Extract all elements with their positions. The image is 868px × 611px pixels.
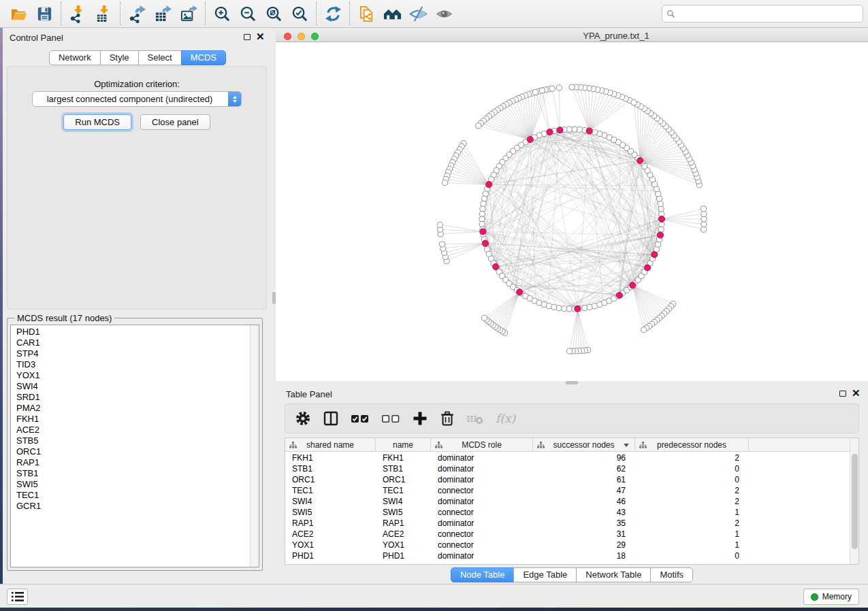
window-minimize-traffic-light[interactable] [298,33,305,40]
import-table-icon[interactable] [91,2,116,25]
mcds-result-item[interactable]: YOX1 [11,370,249,381]
mcds-result-item[interactable]: PMA2 [11,403,249,414]
table-cell[interactable]: ACE2 [285,529,376,540]
table-cell[interactable]: 2 [635,496,749,507]
mcds-result-item[interactable]: TEC1 [11,490,249,501]
table-row[interactable]: RAP1RAP1dominator352 [285,518,850,529]
search-box[interactable] [662,5,863,22]
table-cell[interactable]: 1 [635,540,749,550]
table-cell[interactable]: 1 [635,507,749,518]
houses-icon[interactable] [379,2,405,25]
share-document-icon[interactable] [353,2,379,25]
mcds-result-item[interactable]: STP4 [11,348,249,359]
table-cell[interactable]: PHD1 [376,550,431,561]
search-input[interactable] [675,7,863,20]
delete-column-icon[interactable] [440,410,455,427]
table-cell[interactable]: TEC1 [376,485,431,496]
export-image-icon[interactable] [176,2,202,25]
table-cell[interactable]: dominator [431,452,533,463]
export-table-icon[interactable] [150,2,176,25]
table-cell[interactable]: ACE2 [376,529,431,540]
table-cell[interactable]: connector [431,485,533,496]
tab-network[interactable]: Network [49,50,101,65]
mcds-result-item[interactable]: FKH1 [11,414,249,425]
table-row[interactable]: YOX1YOX1connector291 [285,540,850,550]
column-header-predecessor-nodes[interactable]: predecessor nodes [635,438,749,452]
close-panel-icon[interactable]: ✕ [256,32,264,42]
table-row[interactable]: SWI4SWI4dominator462 [285,496,850,507]
mcds-result-item[interactable]: STB1 [11,468,249,479]
mcds-result-item[interactable]: SRD1 [11,392,249,403]
columns-icon[interactable] [323,410,339,427]
table-cell[interactable]: YOX1 [376,540,431,550]
task-history-button[interactable] [7,589,28,605]
table-row[interactable]: TEC1TEC1connector472 [285,485,850,496]
table-scrollbar-thumb[interactable] [852,454,858,549]
table-cell[interactable]: dominator [431,550,533,561]
table-cell[interactable]: 2 [635,452,749,463]
mcds-result-item[interactable]: ORC1 [11,446,249,457]
table-cell[interactable]: TEC1 [285,485,376,496]
table-cell[interactable]: SWI4 [285,496,376,507]
table-cell[interactable]: FKH1 [376,452,431,463]
table-cell[interactable]: 46 [533,496,635,507]
mcds-result-item[interactable]: ACE2 [11,425,249,435]
table-cell[interactable]: STB1 [376,463,431,474]
table-row[interactable]: ACE2ACE2connector311 [285,529,850,540]
table-cell[interactable]: 2 [635,518,749,529]
table-cell[interactable]: connector [431,507,533,518]
deselect-all-icon[interactable] [381,410,400,427]
table-cell[interactable]: 18 [533,550,635,561]
column-header-MCDS-role[interactable]: MCDS role [431,438,533,452]
column-header-name[interactable]: name [376,438,431,452]
close-panel-button[interactable]: Close panel [140,114,210,130]
table-cell[interactable]: 29 [533,540,635,550]
table-cell[interactable]: connector [431,540,533,550]
table-cell[interactable]: 62 [533,463,635,474]
table-cell[interactable]: YOX1 [285,540,376,550]
window-zoom-traffic-light[interactable] [311,33,319,40]
add-column-icon[interactable] [412,410,428,427]
network-window-titlebar[interactable]: YPA_prune.txt_1 [276,30,868,42]
zoom-fit-icon[interactable] [261,2,287,25]
table-cell[interactable]: 0 [635,550,749,561]
run-mcds-button[interactable]: Run MCDS [63,114,131,130]
import-network-icon[interactable] [65,2,91,25]
table-cell[interactable]: SWI5 [376,507,431,518]
save-session-icon[interactable] [31,2,57,25]
zoom-selected-icon[interactable] [287,2,312,25]
select-all-icon[interactable] [351,410,370,427]
mcds-result-item[interactable]: SWI5 [11,479,249,490]
mcds-result-item[interactable]: TID3 [11,359,249,370]
table-cell[interactable]: connector [431,529,533,540]
mcds-result-item[interactable]: PHD1 [11,327,249,337]
table-cell[interactable]: 0 [635,474,749,485]
table-row[interactable]: PHD1PHD1dominator180 [285,550,850,561]
mcds-result-item[interactable]: CAR1 [11,337,249,348]
mcds-list-scrollbar[interactable] [250,325,259,567]
table-cell[interactable]: 61 [533,474,635,485]
column-header-shared-name[interactable]: shared name [285,438,376,452]
tab-node-table[interactable]: Node Table [451,567,515,582]
table-cell[interactable]: 96 [533,452,635,463]
refresh-icon[interactable] [320,2,346,25]
tab-edge-table[interactable]: Edge Table [513,567,577,582]
table-cell[interactable]: RAP1 [285,518,376,529]
table-row[interactable]: ORC1ORC1dominator610 [285,474,850,485]
table-row[interactable]: FKH1FKH1dominator962 [285,452,850,463]
table-row[interactable]: SWI5SWI5connector431 [285,507,850,518]
zoom-in-icon[interactable] [209,2,235,25]
open-session-icon[interactable] [5,2,31,25]
mcds-result-item[interactable]: SWI4 [11,381,249,392]
table-cell[interactable]: dominator [431,518,533,529]
memory-button[interactable]: Memory [803,589,859,605]
table-cell[interactable]: dominator [431,463,533,474]
table-cell[interactable]: ORC1 [285,474,376,485]
table-cell[interactable]: dominator [431,496,533,507]
tab-motifs[interactable]: Motifs [650,567,693,582]
eye-icon[interactable] [431,2,457,25]
tab-style[interactable]: Style [100,50,139,65]
table-cell[interactable]: 1 [635,529,749,540]
table-cell[interactable]: SWI4 [376,496,431,507]
optimization-select[interactable]: largest connected component (undirected) [32,91,242,107]
